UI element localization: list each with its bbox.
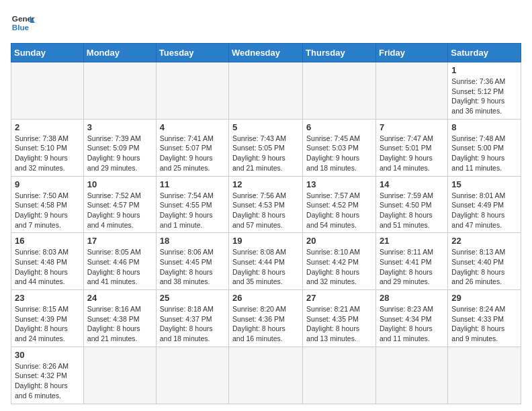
day-info: Sunrise: 7:50 AM Sunset: 4:58 PM Dayligh… xyxy=(15,191,80,230)
weekday-header-wednesday: Wednesday xyxy=(229,44,303,62)
day-number: 19 xyxy=(232,236,299,246)
day-number: 14 xyxy=(380,179,444,189)
day-cell: 25Sunrise: 8:18 AM Sunset: 4:37 PM Dayli… xyxy=(156,290,228,347)
day-info: Sunrise: 8:18 AM Sunset: 4:37 PM Dayligh… xyxy=(160,304,225,344)
day-cell: 19Sunrise: 8:08 AM Sunset: 4:44 PM Dayli… xyxy=(229,233,303,290)
day-info: Sunrise: 8:23 AM Sunset: 4:34 PM Dayligh… xyxy=(380,304,444,344)
day-info: Sunrise: 8:05 AM Sunset: 4:46 PM Dayligh… xyxy=(87,247,152,287)
day-info: Sunrise: 7:43 AM Sunset: 5:05 PM Dayligh… xyxy=(232,134,299,173)
day-info: Sunrise: 8:15 AM Sunset: 4:39 PM Dayligh… xyxy=(15,304,80,344)
weekday-header-monday: Monday xyxy=(83,44,156,62)
day-number: 3 xyxy=(87,122,152,132)
day-info: Sunrise: 8:03 AM Sunset: 4:48 PM Dayligh… xyxy=(15,247,80,287)
day-info: Sunrise: 7:57 AM Sunset: 4:52 PM Dayligh… xyxy=(306,191,372,230)
week-row-3: 9Sunrise: 7:50 AM Sunset: 4:58 PM Daylig… xyxy=(11,176,521,233)
day-cell xyxy=(156,347,228,404)
day-number: 16 xyxy=(15,236,80,246)
day-cell: 9Sunrise: 7:50 AM Sunset: 4:58 PM Daylig… xyxy=(11,176,84,233)
day-cell: 7Sunrise: 7:47 AM Sunset: 5:01 PM Daylig… xyxy=(375,119,447,176)
day-info: Sunrise: 7:59 AM Sunset: 4:50 PM Dayligh… xyxy=(380,191,444,230)
day-number: 24 xyxy=(87,293,152,303)
day-cell xyxy=(375,347,447,404)
week-row-6: 30Sunrise: 8:26 AM Sunset: 4:32 PM Dayli… xyxy=(11,347,521,404)
calendar-table: SundayMondayTuesdayWednesdayThursdayFrid… xyxy=(11,43,521,404)
day-cell xyxy=(303,62,376,120)
day-cell: 3Sunrise: 7:39 AM Sunset: 5:09 PM Daylig… xyxy=(83,119,156,176)
day-info: Sunrise: 8:08 AM Sunset: 4:44 PM Dayligh… xyxy=(232,247,299,287)
weekday-header-tuesday: Tuesday xyxy=(156,44,228,62)
day-cell xyxy=(83,347,156,404)
day-cell: 13Sunrise: 7:57 AM Sunset: 4:52 PM Dayli… xyxy=(303,176,376,233)
day-cell: 26Sunrise: 8:20 AM Sunset: 4:36 PM Dayli… xyxy=(229,290,303,347)
day-info: Sunrise: 8:16 AM Sunset: 4:38 PM Dayligh… xyxy=(87,304,152,344)
week-row-5: 23Sunrise: 8:15 AM Sunset: 4:39 PM Dayli… xyxy=(11,290,521,347)
day-number: 27 xyxy=(306,293,372,303)
day-info: Sunrise: 8:10 AM Sunset: 4:42 PM Dayligh… xyxy=(306,247,372,287)
day-info: Sunrise: 8:01 AM Sunset: 4:49 PM Dayligh… xyxy=(451,191,517,230)
weekday-header-row: SundayMondayTuesdayWednesdayThursdayFrid… xyxy=(11,44,521,62)
day-cell: 24Sunrise: 8:16 AM Sunset: 4:38 PM Dayli… xyxy=(83,290,156,347)
day-number: 25 xyxy=(160,293,225,303)
day-info: Sunrise: 7:56 AM Sunset: 4:53 PM Dayligh… xyxy=(232,191,299,230)
day-cell: 8Sunrise: 7:48 AM Sunset: 5:00 PM Daylig… xyxy=(448,119,521,176)
day-cell: 20Sunrise: 8:10 AM Sunset: 4:42 PM Dayli… xyxy=(303,233,376,290)
day-info: Sunrise: 7:45 AM Sunset: 5:03 PM Dayligh… xyxy=(306,134,372,173)
day-cell: 30Sunrise: 8:26 AM Sunset: 4:32 PM Dayli… xyxy=(11,347,84,404)
day-number: 4 xyxy=(160,122,225,132)
day-cell: 2Sunrise: 7:38 AM Sunset: 5:10 PM Daylig… xyxy=(11,119,84,176)
weekday-header-sunday: Sunday xyxy=(11,44,84,62)
day-cell: 12Sunrise: 7:56 AM Sunset: 4:53 PM Dayli… xyxy=(229,176,303,233)
day-cell: 4Sunrise: 7:41 AM Sunset: 5:07 PM Daylig… xyxy=(156,119,228,176)
day-info: Sunrise: 7:52 AM Sunset: 4:57 PM Dayligh… xyxy=(87,191,152,230)
day-number: 28 xyxy=(380,293,444,303)
day-info: Sunrise: 8:20 AM Sunset: 4:36 PM Dayligh… xyxy=(232,304,299,344)
day-cell: 5Sunrise: 7:43 AM Sunset: 5:05 PM Daylig… xyxy=(229,119,303,176)
day-info: Sunrise: 7:39 AM Sunset: 5:09 PM Dayligh… xyxy=(87,134,152,173)
day-cell: 1Sunrise: 7:36 AM Sunset: 5:12 PM Daylig… xyxy=(448,62,521,120)
day-number: 13 xyxy=(306,179,372,189)
day-number: 12 xyxy=(232,179,299,189)
day-cell xyxy=(83,62,156,120)
day-cell: 6Sunrise: 7:45 AM Sunset: 5:03 PM Daylig… xyxy=(303,119,376,176)
day-info: Sunrise: 8:06 AM Sunset: 4:45 PM Dayligh… xyxy=(160,247,225,287)
day-cell: 28Sunrise: 8:23 AM Sunset: 4:34 PM Dayli… xyxy=(375,290,447,347)
day-info: Sunrise: 8:24 AM Sunset: 4:33 PM Dayligh… xyxy=(451,304,517,344)
day-info: Sunrise: 8:21 AM Sunset: 4:35 PM Dayligh… xyxy=(306,304,372,344)
weekday-header-friday: Friday xyxy=(375,44,447,62)
day-cell: 27Sunrise: 8:21 AM Sunset: 4:35 PM Dayli… xyxy=(303,290,376,347)
page-header: General Blue xyxy=(11,11,521,35)
day-cell xyxy=(229,347,303,404)
day-info: Sunrise: 8:26 AM Sunset: 4:32 PM Dayligh… xyxy=(15,361,80,401)
day-number: 29 xyxy=(451,293,517,303)
day-number: 5 xyxy=(232,122,299,132)
svg-text:Blue: Blue xyxy=(12,23,30,32)
day-cell: 15Sunrise: 8:01 AM Sunset: 4:49 PM Dayli… xyxy=(448,176,521,233)
day-cell xyxy=(375,62,447,120)
week-row-1: 1Sunrise: 7:36 AM Sunset: 5:12 PM Daylig… xyxy=(11,62,521,120)
day-number: 18 xyxy=(160,236,225,246)
weekday-header-saturday: Saturday xyxy=(448,44,521,62)
day-number: 1 xyxy=(451,65,517,75)
week-row-2: 2Sunrise: 7:38 AM Sunset: 5:10 PM Daylig… xyxy=(11,119,521,176)
day-number: 30 xyxy=(15,350,80,360)
day-cell xyxy=(229,62,303,120)
day-cell: 17Sunrise: 8:05 AM Sunset: 4:46 PM Dayli… xyxy=(83,233,156,290)
day-info: Sunrise: 8:13 AM Sunset: 4:40 PM Dayligh… xyxy=(451,247,517,287)
day-number: 20 xyxy=(306,236,372,246)
day-cell: 21Sunrise: 8:11 AM Sunset: 4:41 PM Dayli… xyxy=(375,233,447,290)
day-number: 8 xyxy=(451,122,517,132)
day-cell: 23Sunrise: 8:15 AM Sunset: 4:39 PM Dayli… xyxy=(11,290,84,347)
day-info: Sunrise: 7:41 AM Sunset: 5:07 PM Dayligh… xyxy=(160,134,225,173)
day-number: 11 xyxy=(160,179,225,189)
day-cell xyxy=(448,347,521,404)
day-info: Sunrise: 7:47 AM Sunset: 5:01 PM Dayligh… xyxy=(380,134,444,173)
day-number: 26 xyxy=(232,293,299,303)
day-cell: 16Sunrise: 8:03 AM Sunset: 4:48 PM Dayli… xyxy=(11,233,84,290)
day-cell xyxy=(11,62,84,120)
day-number: 7 xyxy=(380,122,444,132)
day-cell: 10Sunrise: 7:52 AM Sunset: 4:57 PM Dayli… xyxy=(83,176,156,233)
day-number: 2 xyxy=(15,122,80,132)
day-cell: 11Sunrise: 7:54 AM Sunset: 4:55 PM Dayli… xyxy=(156,176,228,233)
day-number: 15 xyxy=(451,179,517,189)
day-number: 22 xyxy=(451,236,517,246)
